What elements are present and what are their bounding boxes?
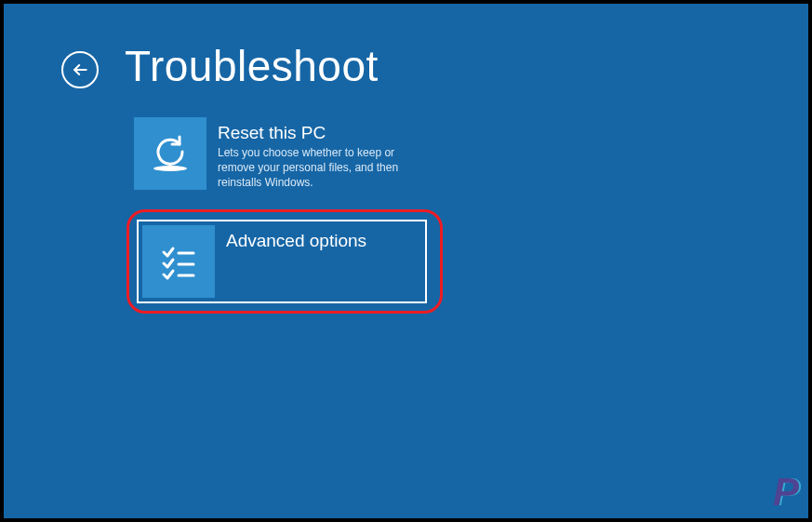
option-description: Lets you choose whether to keep or remov… (218, 145, 413, 191)
selected-indicator: Advanced options (137, 220, 427, 303)
svg-point-1 (153, 166, 187, 171)
page-header: Troubleshoot (4, 41, 808, 91)
back-arrow-icon (71, 60, 89, 79)
option-text: Reset this PC Lets you choose whether to… (206, 117, 422, 196)
troubleshoot-screen: Troubleshoot Reset this PC Lets you choo… (4, 4, 808, 518)
option-reset-this-pc[interactable]: Reset this PC Lets you choose whether to… (134, 117, 422, 196)
option-title: Reset this PC (218, 123, 413, 143)
page-title: Troubleshoot (125, 41, 379, 91)
option-icon-box (142, 225, 215, 298)
option-advanced-options[interactable]: Advanced options (142, 225, 421, 298)
option-text: Advanced options (215, 225, 376, 259)
highlight-annotation: Advanced options (126, 209, 443, 314)
back-button[interactable] (61, 51, 99, 88)
option-icon-box (134, 117, 206, 190)
watermark-logo: P (773, 470, 799, 515)
reset-icon (148, 131, 193, 176)
options-list: Reset this PC Lets you choose whether to… (4, 117, 808, 314)
checklist-icon (156, 239, 201, 284)
option-title: Advanced options (226, 231, 366, 251)
